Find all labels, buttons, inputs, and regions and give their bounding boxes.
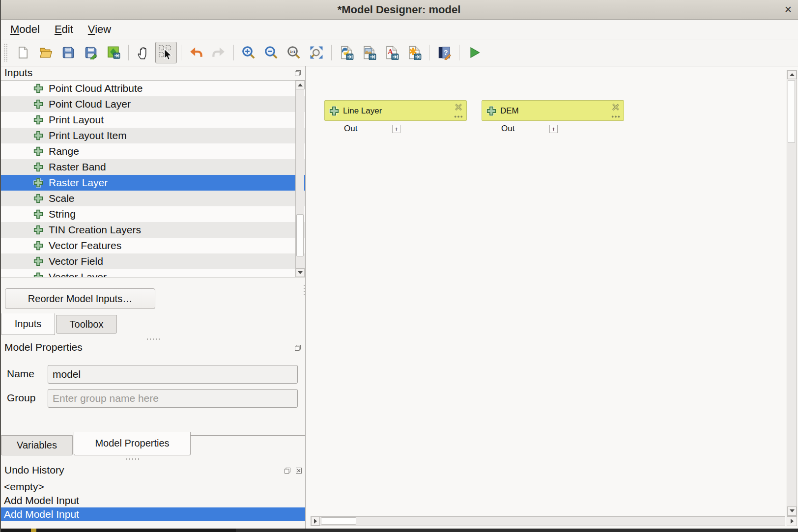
scroll-down-button[interactable]: [296, 268, 305, 277]
list-item-partial[interactable]: Vector Layer: [0, 269, 305, 278]
node-line-layer[interactable]: Line Layer Out +: [324, 100, 467, 137]
splitter-handle[interactable]: [146, 338, 161, 340]
new-document-icon: [16, 46, 30, 59]
node-delete-icon[interactable]: [612, 103, 620, 111]
list-item[interactable]: Vector Features: [0, 238, 305, 253]
new-model-button[interactable]: [12, 42, 34, 63]
node-sockets: Out +: [482, 124, 624, 137]
zoom-out-button[interactable]: [260, 42, 282, 63]
scrollbar-thumb[interactable]: [296, 214, 304, 256]
zoom-actual-button[interactable]: 1:1: [283, 42, 305, 63]
window-close-button[interactable]: ✕: [784, 0, 792, 20]
list-item[interactable]: Point Cloud Attribute: [0, 81, 305, 96]
node-expand-button[interactable]: +: [549, 125, 558, 133]
node-box[interactable]: Line Layer: [324, 100, 467, 121]
input-plus-icon: [329, 106, 339, 116]
undo-history-item[interactable]: Add Model Input: [0, 494, 305, 507]
undo-history-close-button[interactable]: [295, 467, 303, 475]
model-properties-float-button[interactable]: [294, 344, 302, 352]
save-icon: [61, 46, 75, 59]
canvas-horizontal-scrollbar[interactable]: [311, 516, 785, 526]
zoom-full-button[interactable]: [306, 42, 327, 63]
add-input-icon: [33, 241, 43, 251]
select-move-item-tool-button[interactable]: [155, 42, 177, 63]
list-item[interactable]: Point Cloud Layer: [0, 96, 305, 112]
model-name-input[interactable]: [48, 365, 298, 384]
inputs-list-scrollbar[interactable]: [295, 81, 304, 277]
list-item[interactable]: Raster Band: [0, 159, 305, 175]
node-dem[interactable]: DEM Out +: [482, 100, 624, 137]
scrollbar-thumb[interactable]: [321, 517, 356, 525]
node-dots-icon[interactable]: [611, 115, 620, 118]
add-input-icon: [33, 84, 43, 93]
open-folder-icon: [38, 46, 53, 59]
export-as-image-button[interactable]: [358, 42, 380, 63]
edit-model-help-button[interactable]: ?: [433, 42, 455, 63]
titlebar[interactable]: *Model Designer: model ✕: [0, 0, 798, 20]
undo-history-item-selected[interactable]: Add Model Input: [0, 507, 305, 521]
scroll-down-button[interactable]: [787, 506, 797, 515]
undo-history-dock-header: Undo History: [0, 464, 305, 478]
add-input-icon: [33, 162, 43, 172]
tab-inputs[interactable]: Inputs: [1, 313, 55, 335]
node-sockets: Out +: [324, 124, 467, 137]
inputs-float-button[interactable]: [294, 69, 302, 77]
node-expand-button[interactable]: +: [392, 125, 400, 133]
list-item-selected[interactable]: Raster Layer: [0, 175, 305, 191]
save-model-in-project-button[interactable]: [103, 42, 124, 63]
model-designer-window: *Model Designer: model ✕ Model Edit View: [0, 0, 798, 532]
tab-toolbox[interactable]: Toolbox: [56, 315, 117, 334]
tab-variables[interactable]: Variables: [1, 435, 73, 455]
node-box[interactable]: DEM: [482, 100, 624, 121]
scroll-right-corner-button[interactable]: [787, 516, 797, 526]
export-as-python-button[interactable]: [336, 42, 357, 63]
node-label: Line Layer: [343, 101, 382, 121]
toolbar-separator: [429, 45, 429, 60]
list-item[interactable]: Scale: [0, 191, 305, 206]
canvas-vertical-scrollbar[interactable]: [787, 70, 797, 516]
list-item[interactable]: Print Layout: [0, 112, 305, 128]
redo-button[interactable]: [208, 42, 229, 63]
scroll-right-button[interactable]: [311, 517, 320, 526]
model-group-input[interactable]: [48, 389, 298, 408]
list-item[interactable]: Print Layout Item: [0, 128, 305, 143]
node-delete-icon[interactable]: [455, 103, 462, 111]
menu-view[interactable]: View: [81, 21, 118, 38]
strip-segment: [236, 529, 798, 532]
scrollbar-thumb[interactable]: [788, 80, 795, 143]
export-svg-icon: [407, 45, 422, 60]
reorder-model-inputs-button[interactable]: Reorder Model Inputs…: [5, 288, 155, 309]
toolbar-separator: [331, 45, 332, 60]
model-canvas[interactable]: Line Layer Out + DEM Out +: [305, 66, 798, 529]
splitter-handle[interactable]: [125, 458, 140, 460]
close-icon: [295, 467, 303, 475]
menu-model[interactable]: Model: [3, 21, 47, 38]
toolbar-grip[interactable]: [3, 43, 8, 62]
scroll-up-button[interactable]: [296, 81, 305, 89]
toolbar-separator: [459, 45, 459, 60]
undo-button[interactable]: [185, 42, 207, 63]
list-item[interactable]: TIN Creation Layers: [0, 222, 305, 238]
zoom-in-button[interactable]: [238, 42, 259, 63]
tab-model-properties[interactable]: Model Properties: [74, 432, 191, 455]
zoom-full-icon: [309, 45, 324, 60]
scroll-up-button[interactable]: [787, 70, 797, 79]
menu-edit[interactable]: Edit: [47, 21, 81, 38]
pan-tool-button[interactable]: [133, 42, 154, 63]
undo-history-item[interactable]: <empty>: [0, 480, 305, 494]
name-label: Name: [7, 368, 34, 380]
node-dots-icon[interactable]: [454, 115, 463, 118]
save-model-button[interactable]: [57, 42, 79, 63]
run-model-button[interactable]: [463, 42, 485, 63]
list-item[interactable]: String: [0, 206, 305, 222]
undo-history-float-button[interactable]: [284, 467, 291, 475]
list-item[interactable]: Vector Field: [0, 253, 305, 269]
export-as-svg-button[interactable]: [403, 42, 425, 63]
open-model-button[interactable]: [35, 42, 57, 63]
panel-splitter-handle[interactable]: [303, 284, 306, 297]
save-model-as-button[interactable]: [80, 42, 102, 63]
export-as-pdf-button[interactable]: A: [381, 42, 402, 63]
add-input-icon: [33, 131, 43, 140]
add-input-icon: [33, 225, 43, 235]
list-item[interactable]: Range: [0, 143, 305, 159]
